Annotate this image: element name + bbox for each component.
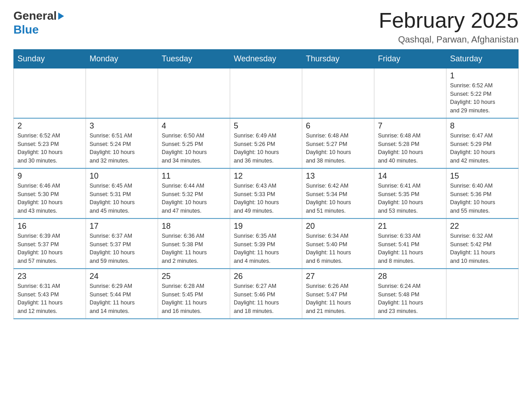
calendar-cell: 20Sunrise: 6:34 AM Sunset: 5:40 PM Dayli… [302, 218, 374, 269]
logo: General Blue [13, 9, 64, 37]
calendar-cell [86, 68, 158, 118]
day-number: 3 [90, 121, 154, 131]
calendar-cell [158, 68, 230, 118]
calendar-cell: 27Sunrise: 6:26 AM Sunset: 5:47 PM Dayli… [302, 269, 374, 319]
day-info: Sunrise: 6:39 AM Sunset: 5:37 PM Dayligh… [17, 232, 82, 265]
calendar-cell [230, 68, 302, 118]
weekday-header-tuesday: Tuesday [158, 49, 230, 68]
calendar-cell: 14Sunrise: 6:41 AM Sunset: 5:35 PM Dayli… [374, 168, 446, 218]
day-number: 21 [378, 222, 442, 231]
day-number: 19 [234, 222, 298, 231]
calendar-header-row: SundayMondayTuesdayWednesdayThursdayFrid… [14, 49, 519, 68]
calendar-cell: 25Sunrise: 6:28 AM Sunset: 5:45 PM Dayli… [158, 269, 230, 319]
day-number: 17 [90, 222, 154, 231]
calendar-location: Qashqal, Parwan, Afghanistan [379, 34, 519, 45]
weekday-header-thursday: Thursday [302, 49, 374, 68]
calendar-table: SundayMondayTuesdayWednesdayThursdayFrid… [13, 49, 519, 319]
calendar-title: February 2025 [379, 9, 519, 33]
calendar-cell: 11Sunrise: 6:44 AM Sunset: 5:32 PM Dayli… [158, 168, 230, 218]
calendar-cell: 7Sunrise: 6:48 AM Sunset: 5:28 PM Daylig… [374, 118, 446, 168]
calendar-cell: 24Sunrise: 6:29 AM Sunset: 5:44 PM Dayli… [86, 269, 158, 319]
day-number: 5 [234, 121, 298, 131]
day-number: 11 [162, 171, 226, 181]
logo-arrow-icon [58, 13, 64, 20]
day-number: 15 [450, 171, 515, 181]
day-number: 4 [162, 121, 226, 131]
calendar-week-row: 1Sunrise: 6:52 AM Sunset: 5:22 PM Daylig… [14, 68, 519, 118]
calendar-cell [302, 68, 374, 118]
title-block: February 2025 Qashqal, Parwan, Afghanist… [379, 9, 519, 45]
calendar-cell: 3Sunrise: 6:51 AM Sunset: 5:24 PM Daylig… [86, 118, 158, 168]
day-info: Sunrise: 6:33 AM Sunset: 5:41 PM Dayligh… [378, 232, 442, 265]
calendar-cell: 9Sunrise: 6:46 AM Sunset: 5:30 PM Daylig… [14, 168, 86, 218]
day-number: 20 [306, 222, 370, 231]
day-number: 16 [17, 222, 82, 231]
calendar-cell: 23Sunrise: 6:31 AM Sunset: 5:43 PM Dayli… [14, 269, 86, 319]
logo-blue-text: Blue [13, 23, 39, 36]
day-number: 8 [450, 121, 515, 131]
calendar-cell: 18Sunrise: 6:36 AM Sunset: 5:38 PM Dayli… [158, 218, 230, 269]
calendar-cell: 19Sunrise: 6:35 AM Sunset: 5:39 PM Dayli… [230, 218, 302, 269]
day-info: Sunrise: 6:32 AM Sunset: 5:42 PM Dayligh… [450, 232, 515, 265]
day-info: Sunrise: 6:37 AM Sunset: 5:37 PM Dayligh… [90, 232, 154, 265]
day-number: 28 [378, 272, 442, 281]
calendar-cell: 17Sunrise: 6:37 AM Sunset: 5:37 PM Dayli… [86, 218, 158, 269]
day-number: 26 [234, 272, 298, 281]
day-info: Sunrise: 6:48 AM Sunset: 5:27 PM Dayligh… [306, 132, 370, 165]
calendar-cell: 13Sunrise: 6:42 AM Sunset: 5:34 PM Dayli… [302, 168, 374, 218]
calendar-cell: 22Sunrise: 6:32 AM Sunset: 5:42 PM Dayli… [446, 218, 519, 269]
weekday-header-sunday: Sunday [14, 49, 86, 68]
day-number: 9 [17, 171, 82, 181]
day-info: Sunrise: 6:50 AM Sunset: 5:25 PM Dayligh… [162, 132, 226, 165]
day-number: 18 [162, 222, 226, 231]
day-info: Sunrise: 6:26 AM Sunset: 5:47 PM Dayligh… [306, 282, 370, 316]
day-info: Sunrise: 6:34 AM Sunset: 5:40 PM Dayligh… [306, 232, 370, 265]
day-info: Sunrise: 6:27 AM Sunset: 5:46 PM Dayligh… [234, 282, 298, 316]
day-info: Sunrise: 6:43 AM Sunset: 5:33 PM Dayligh… [234, 182, 298, 215]
day-info: Sunrise: 6:29 AM Sunset: 5:44 PM Dayligh… [90, 282, 154, 316]
calendar-cell: 1Sunrise: 6:52 AM Sunset: 5:22 PM Daylig… [446, 68, 519, 118]
calendar-cell [14, 68, 86, 118]
day-number: 24 [90, 272, 154, 281]
day-number: 14 [378, 171, 442, 181]
calendar-cell: 5Sunrise: 6:49 AM Sunset: 5:26 PM Daylig… [230, 118, 302, 168]
calendar-cell: 28Sunrise: 6:24 AM Sunset: 5:48 PM Dayli… [374, 269, 446, 319]
weekday-header-saturday: Saturday [446, 49, 519, 68]
day-info: Sunrise: 6:45 AM Sunset: 5:31 PM Dayligh… [90, 182, 154, 215]
day-info: Sunrise: 6:24 AM Sunset: 5:48 PM Dayligh… [378, 282, 442, 316]
day-number: 12 [234, 171, 298, 181]
day-number: 27 [306, 272, 370, 281]
day-info: Sunrise: 6:36 AM Sunset: 5:38 PM Dayligh… [162, 232, 226, 265]
calendar-cell: 21Sunrise: 6:33 AM Sunset: 5:41 PM Dayli… [374, 218, 446, 269]
day-info: Sunrise: 6:42 AM Sunset: 5:34 PM Dayligh… [306, 182, 370, 215]
calendar-cell: 2Sunrise: 6:52 AM Sunset: 5:23 PM Daylig… [14, 118, 86, 168]
calendar-cell: 8Sunrise: 6:47 AM Sunset: 5:29 PM Daylig… [446, 118, 519, 168]
day-info: Sunrise: 6:49 AM Sunset: 5:26 PM Dayligh… [234, 132, 298, 165]
day-info: Sunrise: 6:40 AM Sunset: 5:36 PM Dayligh… [450, 182, 515, 215]
calendar-cell: 12Sunrise: 6:43 AM Sunset: 5:33 PM Dayli… [230, 168, 302, 218]
day-number: 22 [450, 222, 515, 231]
day-number: 25 [162, 272, 226, 281]
calendar-cell [374, 68, 446, 118]
calendar-week-row: 9Sunrise: 6:46 AM Sunset: 5:30 PM Daylig… [14, 168, 519, 218]
day-number: 13 [306, 171, 370, 181]
calendar-cell: 6Sunrise: 6:48 AM Sunset: 5:27 PM Daylig… [302, 118, 374, 168]
day-number: 7 [378, 121, 442, 131]
day-info: Sunrise: 6:35 AM Sunset: 5:39 PM Dayligh… [234, 232, 298, 265]
day-info: Sunrise: 6:41 AM Sunset: 5:35 PM Dayligh… [378, 182, 442, 215]
calendar-cell: 16Sunrise: 6:39 AM Sunset: 5:37 PM Dayli… [14, 218, 86, 269]
day-info: Sunrise: 6:52 AM Sunset: 5:23 PM Dayligh… [17, 132, 82, 165]
calendar-cell: 15Sunrise: 6:40 AM Sunset: 5:36 PM Dayli… [446, 168, 519, 218]
day-info: Sunrise: 6:44 AM Sunset: 5:32 PM Dayligh… [162, 182, 226, 215]
day-number: 6 [306, 121, 370, 131]
weekday-header-friday: Friday [374, 49, 446, 68]
calendar-week-row: 23Sunrise: 6:31 AM Sunset: 5:43 PM Dayli… [14, 269, 519, 319]
day-info: Sunrise: 6:46 AM Sunset: 5:30 PM Dayligh… [17, 182, 82, 215]
logo-general-text: General [13, 9, 57, 23]
weekday-header-wednesday: Wednesday [230, 49, 302, 68]
day-number: 10 [90, 171, 154, 181]
day-number: 1 [450, 71, 515, 81]
day-info: Sunrise: 6:31 AM Sunset: 5:43 PM Dayligh… [17, 282, 82, 316]
day-info: Sunrise: 6:28 AM Sunset: 5:45 PM Dayligh… [162, 282, 226, 316]
calendar-cell [446, 269, 519, 319]
